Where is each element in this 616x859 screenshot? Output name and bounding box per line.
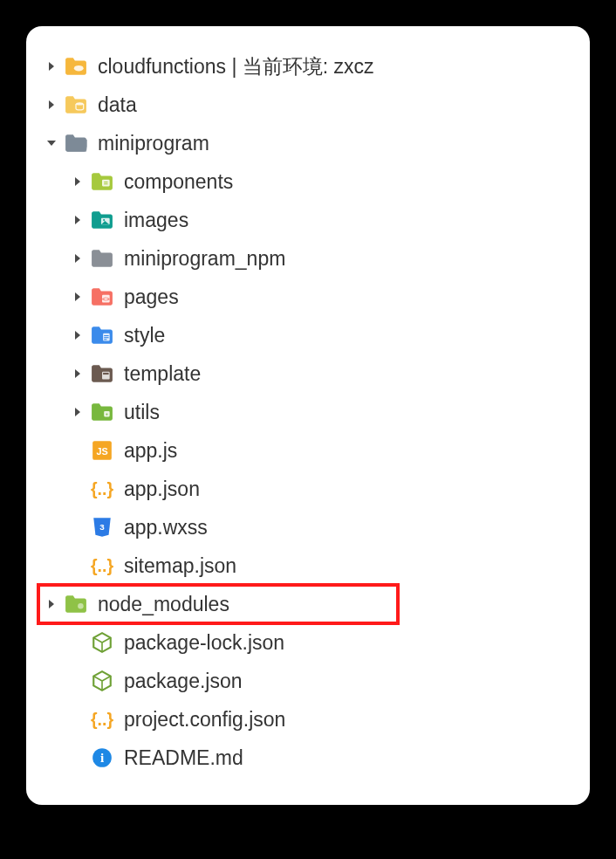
tree-item-label: app.js <box>124 439 177 463</box>
tree-item-label: miniprogram_npm <box>124 247 285 271</box>
svg-rect-12 <box>104 339 106 340</box>
tree-item-label: package-lock.json <box>124 631 284 655</box>
tree-item-miniprogram_npm[interactable]: miniprogram_npm <box>42 239 574 278</box>
folder-node-icon <box>65 593 87 615</box>
tree-item-label: README.md <box>124 746 243 770</box>
tree-item-app_json[interactable]: {..}app.json <box>42 470 574 508</box>
folder-comp-icon <box>91 170 113 193</box>
folder-open-icon <box>65 132 87 155</box>
tree-item-label: style <box>124 324 165 347</box>
tree-item-package_json[interactable]: package.json <box>42 662 574 700</box>
tree-item-components[interactable]: components <box>42 162 574 201</box>
svg-text:i: i <box>100 750 104 765</box>
tree-arrow-icon[interactable] <box>45 137 58 149</box>
tree-item-label: app.wxss <box>124 516 208 539</box>
tree-item-label: cloudfunctions | 当前环境: zxcz <box>98 53 374 80</box>
tree-item-pages[interactable]: <>pages <box>42 278 574 316</box>
tree-item-app_wxss[interactable]: 3app.wxss <box>42 508 574 546</box>
tree-arrow-icon[interactable] <box>72 252 84 265</box>
svg-rect-11 <box>104 337 108 338</box>
tree-item-label: pages <box>124 285 179 309</box>
tree-item-cloudfunctions[interactable]: cloudfunctions | 当前环境: zxcz <box>42 47 574 86</box>
svg-rect-2 <box>102 180 110 187</box>
tree-arrow-icon[interactable] <box>72 329 84 341</box>
folder-cloud-icon <box>65 55 87 78</box>
svg-text:<>: <> <box>102 295 110 303</box>
tree-arrow-icon[interactable] <box>45 598 58 610</box>
file-css-icon: 3 <box>91 516 113 539</box>
svg-rect-14 <box>103 373 109 375</box>
svg-text:{..}: {..} <box>91 710 113 729</box>
tree-item-label: components <box>124 170 233 194</box>
file-js-icon: JS <box>91 439 113 462</box>
tree-item-template[interactable]: template <box>42 354 574 393</box>
file-info-icon: i <box>91 746 113 769</box>
tree-item-utils[interactable]: +utils <box>42 393 574 431</box>
svg-point-6 <box>103 219 105 221</box>
tree-item-node_modules[interactable]: node_modules <box>42 585 574 623</box>
tree-item-label: package.json <box>124 670 243 693</box>
tree-item-label: miniprogram <box>98 132 209 155</box>
svg-text:JS: JS <box>96 446 107 457</box>
tree-arrow-icon[interactable] <box>72 368 84 380</box>
tree-arrow-icon[interactable] <box>72 214 84 226</box>
file-json-icon: {..} <box>91 554 113 577</box>
tree-item-label: images <box>124 209 188 232</box>
file-json-icon: {..} <box>91 708 113 731</box>
file-json-icon: {..} <box>91 478 113 500</box>
tree-item-label: template <box>124 362 201 386</box>
tree-item-label: utils <box>124 401 160 424</box>
tree-item-readme[interactable]: iREADME.md <box>42 739 574 777</box>
folder-utils-icon: + <box>91 401 113 423</box>
folder-icon <box>91 247 113 270</box>
folder-style-icon <box>91 324 113 347</box>
tree-item-project_config[interactable]: {..}project.config.json <box>42 700 574 739</box>
tree-item-label: data <box>98 93 137 117</box>
svg-rect-10 <box>104 335 108 336</box>
file-tree-panel: cloudfunctions | 当前环境: zxcz data minipro… <box>26 26 590 805</box>
svg-text:+: + <box>106 411 108 416</box>
folder-tpl-icon <box>91 362 113 385</box>
tree-item-label: project.config.json <box>124 708 285 732</box>
tree-container: cloudfunctions | 当前环境: zxcz data minipro… <box>42 47 574 777</box>
tree-item-images[interactable]: images <box>42 201 574 239</box>
svg-rect-4 <box>104 183 107 184</box>
file-node-icon <box>91 670 113 692</box>
svg-text:{..}: {..} <box>91 556 113 575</box>
svg-text:{..}: {..} <box>91 479 113 498</box>
tree-arrow-icon[interactable] <box>72 406 84 418</box>
folder-img-icon <box>91 209 113 231</box>
tree-arrow-icon[interactable] <box>72 291 84 303</box>
svg-point-0 <box>74 65 84 72</box>
tree-item-style[interactable]: style <box>42 316 574 354</box>
svg-point-1 <box>76 102 84 105</box>
svg-point-22 <box>78 603 84 609</box>
folder-db-icon <box>65 93 87 116</box>
tree-item-sitemap_json[interactable]: {..}sitemap.json <box>42 546 574 585</box>
file-node-icon <box>91 631 113 654</box>
tree-item-package_lock[interactable]: package-lock.json <box>42 623 574 662</box>
tree-arrow-icon[interactable] <box>45 60 58 72</box>
tree-item-label: app.json <box>124 478 200 501</box>
folder-pages-icon: <> <box>91 285 113 308</box>
tree-arrow-icon[interactable] <box>72 175 84 188</box>
svg-rect-3 <box>104 182 107 182</box>
tree-item-data[interactable]: data <box>42 86 574 124</box>
tree-item-label: sitemap.json <box>124 554 236 578</box>
tree-item-label: node_modules <box>98 593 229 616</box>
tree-item-app_js[interactable]: JSapp.js <box>42 431 574 470</box>
tree-arrow-icon[interactable] <box>45 99 58 111</box>
svg-text:3: 3 <box>99 522 105 532</box>
tree-item-miniprogram[interactable]: miniprogram <box>42 124 574 162</box>
